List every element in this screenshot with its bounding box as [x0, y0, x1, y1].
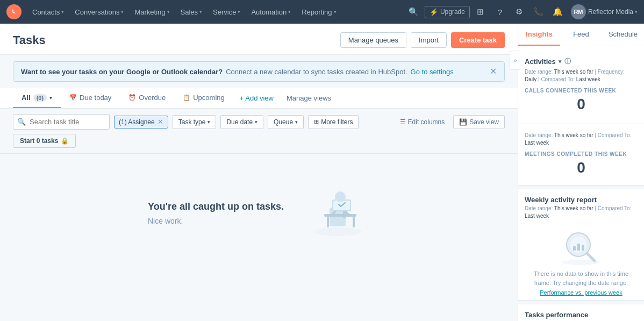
filter-bar: 🔍 (1) Assignee ✕ Task type ▾ Due date ▾ … [0, 109, 518, 154]
manage-queues-button[interactable]: Manage queues [340, 32, 406, 48]
calls-metric-value: 0 [525, 96, 638, 113]
user-menu[interactable]: Reflector Media ▾ [588, 8, 638, 16]
due-date-chevron-icon: ▾ [255, 119, 257, 125]
activities-header: Activities ▼ ⓘ [518, 53, 644, 67]
columns-icon: ☰ [400, 118, 406, 126]
banner-text: Want to see your tasks on your Google or… [21, 68, 454, 76]
weekly-report-title: Weekly activity report [525, 196, 638, 204]
page-header: Tasks Manage queues Import Create task [0, 24, 518, 55]
main-layout: Tasks Manage queues Import Create task W… [0, 24, 644, 321]
contacts-chevron-icon: ▾ [61, 9, 64, 15]
svg-point-1 [313, 227, 362, 236]
header-actions: Manage queues Import Create task [340, 32, 505, 48]
search-button[interactable]: 🔍 [405, 3, 423, 20]
tasks-performance-header: Tasks performance Date range: From 8/21/… [518, 311, 644, 321]
weekly-report-date: Date range: This week so far | Compared … [525, 205, 638, 222]
panel-content: Activities ▼ ⓘ Date range: This week so … [518, 46, 644, 321]
queue-chevron-icon: ▾ [295, 119, 298, 125]
user-menu-chevron-icon: ▾ [635, 9, 638, 15]
meetings-metric-section: MEETINGS COMPLETED THIS WEEK 0 [518, 151, 644, 185]
tasks-perf-title: Tasks performance [525, 311, 638, 319]
conversations-chevron-icon: ▾ [121, 9, 124, 15]
notifications-button[interactable]: 🔔 [549, 3, 567, 20]
banner-close-button[interactable]: ✕ [490, 67, 497, 76]
service-chevron-icon: ▾ [238, 9, 240, 15]
edit-columns-button[interactable]: ☰ Edit columns [396, 116, 449, 129]
settings-button[interactable]: ⚙ [511, 3, 528, 20]
more-filters-button[interactable]: ⊞ More filters [308, 115, 359, 129]
lock-icon: 🔒 [61, 137, 69, 145]
svg-line-13 [587, 253, 595, 261]
empty-illustration [305, 186, 370, 240]
sales-chevron-icon: ▾ [199, 9, 202, 15]
due-date-filter[interactable]: Due date ▾ [220, 115, 263, 129]
svg-point-9 [335, 191, 346, 202]
right-panel: Insights Feed Schedule Activities ▼ ⓘ [518, 24, 644, 321]
activities-info-icon[interactable]: ⓘ [564, 57, 571, 66]
performance-link[interactable]: Performance vs. previous week [518, 289, 644, 300]
search-input[interactable] [13, 114, 110, 130]
remove-filter-icon[interactable]: ✕ [158, 118, 163, 125]
content-area: Tasks Manage queues Import Create task W… [0, 24, 518, 321]
create-task-button[interactable]: Create task [451, 32, 505, 48]
queue-filter[interactable]: Queue ▾ [268, 115, 304, 129]
calendar-banner: Want to see your tasks on your Google or… [13, 61, 505, 82]
marketing-chevron-icon: ▾ [167, 9, 170, 15]
svg-rect-16 [582, 245, 584, 251]
panel-tab-schedule[interactable]: Schedule [602, 24, 644, 46]
manage-views-button[interactable]: Manage views [280, 89, 338, 108]
nav-marketing[interactable]: Marketing ▾ [130, 6, 174, 18]
nav-automation[interactable]: Automation ▾ [247, 6, 295, 18]
nav-service[interactable]: Service ▾ [209, 6, 245, 18]
svg-point-0 [10, 8, 18, 16]
page-title: Tasks [13, 33, 46, 47]
nav-contacts[interactable]: Contacts ▾ [28, 6, 68, 18]
start-tasks-button[interactable]: Start 0 tasks 🔒 [13, 134, 76, 148]
filter-icon: ⊞ [314, 118, 319, 125]
save-icon: 💾 [459, 118, 467, 126]
svg-rect-6 [324, 214, 356, 217]
avatar[interactable]: RM [571, 4, 586, 19]
reporting-chevron-icon: ▾ [334, 9, 337, 15]
activities-label-text: Activities [525, 58, 556, 66]
upcoming-icon: 📋 [183, 94, 190, 101]
calls-metric-title: CALLS CONNECTED THIS WEEK [525, 88, 638, 94]
meetings-metric-value: 0 [525, 159, 638, 176]
section-divider-2 [518, 300, 644, 304]
hubspot-logo[interactable] [6, 4, 22, 19]
task-type-filter[interactable]: Task type ▾ [173, 115, 217, 129]
svg-rect-14 [573, 246, 576, 251]
tab-all[interactable]: All (0) ▾ [13, 88, 61, 108]
nav-conversations[interactable]: Conversations ▾ [70, 6, 128, 18]
activities-dropdown-icon[interactable]: ▼ [557, 59, 563, 65]
panel-tab-insights[interactable]: Insights [518, 24, 560, 46]
go-to-settings-link[interactable]: Go to settings [411, 68, 454, 76]
nav-sales[interactable]: Sales ▾ [176, 6, 207, 18]
weekly-chart [518, 224, 644, 267]
empty-title: You're all caught up on tasks. [148, 201, 284, 212]
task-type-chevron-icon: ▾ [207, 119, 210, 125]
search-box: 🔍 [13, 114, 110, 130]
calls-metric-section: CALLS CONNECTED THIS WEEK 0 [518, 88, 644, 122]
tab-upcoming[interactable]: 📋 Upcoming [174, 88, 233, 108]
automation-chevron-icon: ▾ [288, 9, 291, 15]
calendar-icon: 📅 [69, 94, 77, 101]
upgrade-icon: ⚡ [430, 8, 438, 16]
chevron-right-icon: » [513, 57, 517, 63]
add-view-button[interactable]: + Add view [233, 89, 280, 108]
tab-overdue[interactable]: ⏰ Overdue [120, 88, 174, 108]
panel-tab-feed[interactable]: Feed [560, 24, 602, 46]
import-button[interactable]: Import [411, 32, 447, 48]
panel-collapse-button[interactable]: » [510, 51, 520, 70]
upgrade-button[interactable]: ⚡ Upgrade [425, 6, 470, 18]
save-view-button[interactable]: 💾 Save view [453, 115, 505, 129]
nav-reporting[interactable]: Reporting ▾ [297, 6, 340, 18]
svg-rect-7 [327, 217, 329, 227]
tab-due-today[interactable]: 📅 Due today [61, 88, 120, 108]
overdue-icon: ⏰ [128, 94, 136, 101]
marketplace-button[interactable]: ⊞ [472, 3, 489, 20]
calls-button[interactable]: 📞 [530, 3, 547, 20]
help-button[interactable]: ? [491, 3, 509, 20]
search-icon: 🔍 [17, 118, 26, 126]
assignee-filter-chip[interactable]: (1) Assignee ✕ [114, 116, 168, 129]
